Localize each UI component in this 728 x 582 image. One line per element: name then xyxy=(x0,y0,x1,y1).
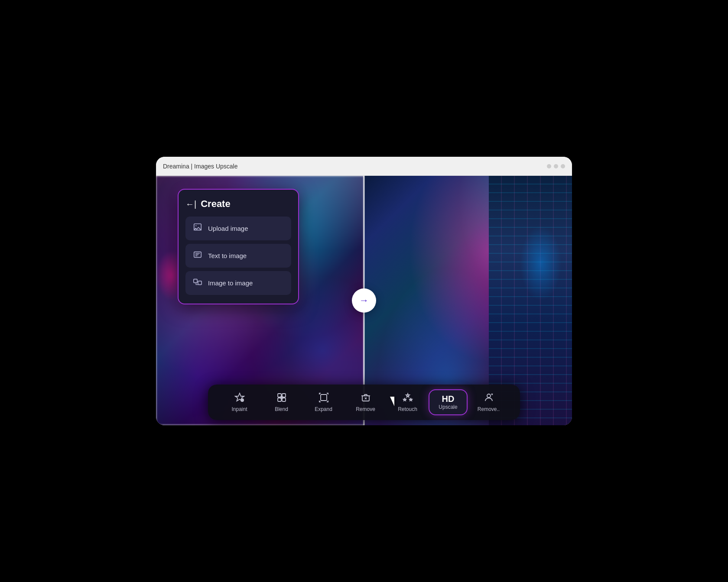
browser-dot-2 xyxy=(554,164,558,168)
remove-bg-label: Remove.. xyxy=(478,406,500,412)
image-to-image-icon xyxy=(192,277,203,289)
browser-titlebar: Dreamina | Images Upscale xyxy=(156,157,572,176)
browser-title: Dreamina | Images Upscale xyxy=(163,163,547,170)
expand-label: Expand xyxy=(315,406,332,412)
menu-item-upload-image[interactable]: Upload image xyxy=(185,217,291,240)
create-panel: ←| Create Upload image xyxy=(178,189,299,304)
svg-point-15 xyxy=(280,396,283,399)
text-to-image-icon xyxy=(192,250,203,262)
hd-upscale-title: HD xyxy=(442,394,455,403)
bottom-toolbar: Inpaint Blend xyxy=(208,385,520,420)
menu-item-text-to-image[interactable]: Text to image xyxy=(185,244,291,268)
image-to-image-label: Image to image xyxy=(208,279,253,287)
svg-rect-16 xyxy=(321,394,327,401)
browser-dot-3 xyxy=(561,164,565,168)
remove-bg-icon xyxy=(484,392,494,404)
svg-rect-7 xyxy=(198,281,202,285)
browser-dot-1 xyxy=(547,164,551,168)
mouse-cursor xyxy=(390,397,400,409)
menu-item-image-to-image[interactable]: Image to image xyxy=(185,271,291,295)
upload-image-label: Upload image xyxy=(208,225,248,232)
before-after-arrow: → xyxy=(352,288,376,313)
toolbar-item-remove[interactable]: Remove xyxy=(344,389,387,416)
create-panel-header: ←| Create xyxy=(185,198,291,210)
back-icon[interactable]: ←| xyxy=(185,199,196,209)
upload-image-icon xyxy=(192,223,203,234)
expand-icon xyxy=(318,392,329,404)
inpaint-label: Inpaint xyxy=(231,406,247,412)
text-to-image-label: Text to image xyxy=(208,252,247,259)
blend-icon xyxy=(276,392,287,404)
create-panel-title: Create xyxy=(201,198,230,210)
cursor-shape xyxy=(390,397,394,406)
remove-icon xyxy=(361,392,371,404)
toolbar-item-inpaint[interactable]: Inpaint xyxy=(218,389,260,416)
toolbar-item-hd-upscale[interactable]: HD Upscale xyxy=(429,389,468,415)
toolbar-item-blend[interactable]: Blend xyxy=(260,389,302,416)
svg-point-10 xyxy=(240,398,244,402)
hd-upscale-label: Upscale xyxy=(439,404,457,410)
arrow-right-icon: → xyxy=(359,295,369,306)
browser-window: Dreamina | Images Upscale → ←| Create xyxy=(156,157,572,425)
remove-label: Remove xyxy=(356,406,375,412)
retouch-icon xyxy=(403,392,413,404)
toolbar-item-remove-bg[interactable]: Remove.. xyxy=(468,389,510,416)
toolbar-item-expand[interactable]: Expand xyxy=(302,389,344,416)
inpaint-icon xyxy=(234,392,245,404)
svg-rect-6 xyxy=(194,279,197,283)
browser-content: → ←| Create Upload image xyxy=(156,176,572,425)
svg-point-21 xyxy=(487,394,491,398)
retouch-label: Retouch xyxy=(398,406,417,412)
browser-dots xyxy=(547,164,565,168)
blend-label: Blend xyxy=(275,406,288,412)
